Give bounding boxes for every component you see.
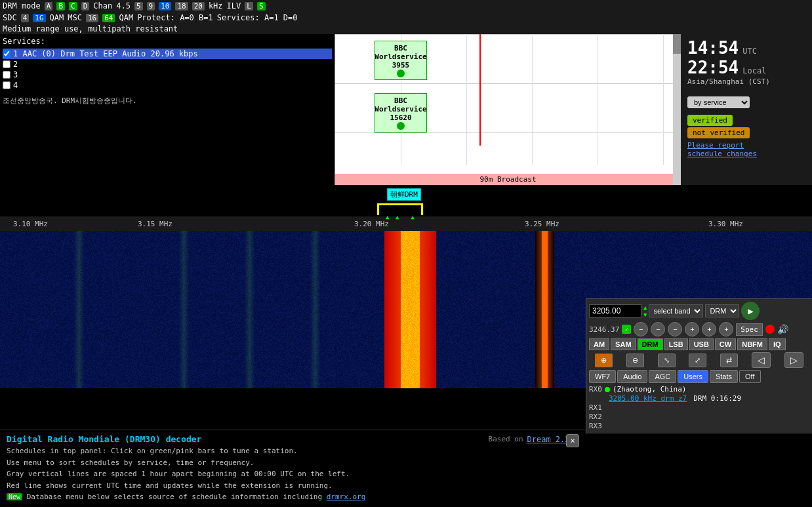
volume-icon[interactable]: 🔊 (777, 324, 788, 335)
local-time: 22:54 (687, 58, 739, 77)
ilv-label: ILV (227, 1, 241, 10)
freq-label-1: 3.10 MHz (13, 220, 48, 228)
bbc-bar-2[interactable]: BBC Worldservice 15620 (375, 93, 427, 132)
second-freq-value: 3246.37 (589, 325, 619, 334)
minus-btn-1[interactable]: − (634, 322, 648, 336)
rx1-label: RX1 (589, 403, 602, 412)
bbc-bar-1[interactable]: BBC Worldservice 3955 (375, 41, 427, 80)
services-label: Services: (3, 37, 332, 46)
rx0-signal-dot (605, 387, 610, 392)
off-btn[interactable]: Off (739, 370, 760, 383)
local-label: Local (742, 66, 766, 75)
info-line-4: Red line shows current UTC time and upda… (7, 480, 579, 492)
close-button[interactable]: × (566, 434, 579, 447)
rx3-row: RX3 (589, 422, 809, 430)
band-select[interactable]: select band 80m 90m 49m (649, 304, 703, 317)
wf7-btn[interactable]: WF7 (589, 370, 616, 383)
service-checkbox-3[interactable] (3, 71, 10, 79)
filter-select[interactable]: by service by time by frequency (687, 96, 750, 108)
frequency-input[interactable] (589, 304, 641, 317)
services-count: Services: A=1 D=0 (217, 13, 298, 22)
drm-link[interactable]: drmrx.org (327, 493, 366, 501)
service-label-3: 3 (13, 70, 18, 79)
current-time-line (479, 34, 481, 146)
mode-select[interactable]: DRM AM SAM LSB USB (705, 304, 739, 317)
plus-btn-1[interactable]: + (685, 322, 699, 336)
service-item-2[interactable]: 2 (3, 59, 332, 70)
utc-time: 14:54 (687, 38, 739, 58)
ilv-l[interactable]: L (245, 2, 253, 10)
freq-label-2: 3.15 MHz (138, 220, 173, 228)
demod-iq[interactable]: IQ (769, 338, 786, 350)
schedule-panel[interactable]: BBC Worldservice 3955 BBC Worldservice 1… (335, 34, 681, 185)
rx2-row: RX2 (589, 413, 809, 421)
minus-btn-3[interactable]: − (668, 322, 682, 336)
demod-am[interactable]: AM (589, 338, 609, 350)
audio-btn[interactable]: Audio (617, 370, 647, 383)
spec-button[interactable]: Spec (736, 323, 763, 336)
demod-sam[interactable]: SAM (611, 338, 636, 350)
freq-down-icon[interactable]: ▼ (643, 312, 647, 318)
ch18[interactable]: 18 (175, 2, 188, 10)
freq-axis: 3.10 MHz 3.15 MHz 3.20 MHz 3.25 MHz 3.30… (0, 216, 812, 231)
station-label[interactable]: 朝鲜DRM (387, 188, 421, 201)
top-bar: DRM mode A B C D Chan 4.5 5 9 10 18 20 k… (0, 0, 812, 12)
compress-btn[interactable]: ⤡ (658, 354, 676, 367)
ch5[interactable]: 5 (134, 2, 143, 10)
next-btn[interactable]: ▷ (784, 352, 803, 368)
second-freq-icon[interactable]: ✓ (622, 325, 631, 334)
freq-up-icon[interactable]: ▲ (643, 304, 647, 311)
bottom-panel: Digital Radio Mondiale (DRM30) decoder B… (0, 430, 586, 507)
service-item-4[interactable]: 4 (3, 80, 332, 91)
plus-btn-2[interactable]: + (702, 322, 716, 336)
service-checkbox-4[interactable] (3, 81, 10, 89)
rx1-row: RX1 (589, 403, 809, 412)
report-link[interactable]: Please report schedule changes (687, 141, 805, 158)
band-label: 90m Broadcast (335, 174, 681, 185)
ch10[interactable]: 10 (159, 2, 171, 10)
mode-b[interactable]: B (56, 2, 65, 10)
freq-label-4: 3.25 MHz (525, 220, 559, 228)
rx0-location: (Zhaotong, China) (613, 385, 687, 394)
tuner-marker[interactable]: ▲ ▲ ▲ (377, 203, 423, 215)
ch9[interactable]: 9 (147, 2, 155, 10)
zoom-out-btn[interactable]: ⊖ (626, 354, 644, 367)
users-btn[interactable]: Users (678, 370, 708, 383)
info-line-1: Schedules in top panel: Click on green/p… (7, 445, 579, 457)
swap-btn[interactable]: ⇄ (720, 354, 738, 367)
stats-btn[interactable]: Stats (710, 370, 738, 383)
demod-nbfm[interactable]: NBFM (737, 338, 767, 350)
service-item-3[interactable]: 3 (3, 70, 332, 80)
demod-usb[interactable]: USB (689, 338, 714, 350)
service-checkbox-2[interactable] (3, 60, 10, 68)
zoom-in-btn[interactable]: ⊕ (595, 354, 613, 367)
mode-d[interactable]: D (81, 2, 90, 10)
mode-a[interactable]: A (45, 2, 53, 10)
plus-btn-3[interactable]: + (719, 322, 733, 336)
record-indicator (765, 325, 775, 334)
ch20[interactable]: 20 (192, 2, 205, 10)
ilv-s[interactable]: S (257, 2, 266, 10)
not-verified-badge[interactable]: not verified (687, 127, 750, 138)
verified-badge[interactable]: verified (687, 115, 733, 126)
freq-label-3: 3.20 MHz (354, 220, 389, 228)
expand-btn[interactable]: ⤢ (689, 354, 706, 367)
agc-btn[interactable]: AGC (649, 370, 676, 383)
mode-c[interactable]: C (69, 2, 77, 10)
rx0-freq[interactable]: 3205.00 kHz drm z7 (609, 394, 687, 403)
chan-value: 4.5 (116, 1, 131, 10)
schedule-scrollbar[interactable] (673, 34, 681, 185)
scroll-thumb[interactable] (673, 34, 681, 54)
demod-lsb[interactable]: LSB (664, 338, 688, 350)
prev-btn[interactable]: ◁ (752, 352, 771, 368)
service-checkbox-1[interactable] (3, 50, 10, 58)
minus-btn-2[interactable]: − (651, 322, 665, 336)
demod-cw[interactable]: CW (715, 338, 736, 350)
msc-tag: 64 (102, 14, 115, 22)
func-row: WF7 Audio AGC Users Stats Off (589, 370, 809, 383)
demod-drm[interactable]: DRM (638, 338, 663, 350)
rx0-label: RX0 (589, 385, 602, 394)
service-label-2: 2 (13, 60, 18, 69)
service-item-1[interactable]: 1 AAC (0) Drm Test EEP Audio 20.96 kbps (3, 49, 332, 59)
play-button[interactable]: ▶ (741, 302, 760, 320)
